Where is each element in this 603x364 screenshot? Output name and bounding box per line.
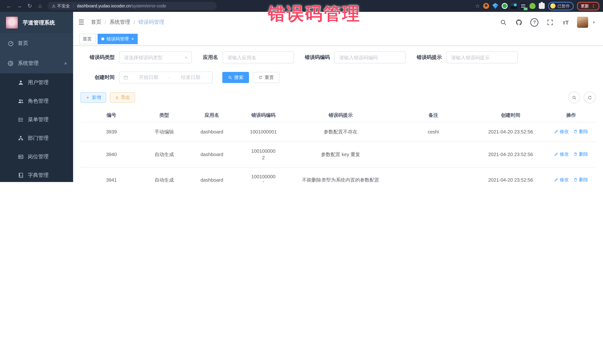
security-label[interactable]: 不安全 <box>57 3 70 9</box>
user-avatar[interactable] <box>577 17 588 28</box>
search-button[interactable]: 搜索 <box>222 72 249 83</box>
column-header: 编号 <box>81 109 142 122</box>
error-code-field[interactable] <box>335 55 405 60</box>
extension-icon[interactable] <box>511 3 517 9</box>
tab-error-code[interactable]: 错误码管理 × <box>98 34 138 44</box>
tab-close-icon[interactable]: × <box>131 36 134 42</box>
sidebar-item-岗位管理[interactable]: 岗位管理 <box>0 147 73 166</box>
export-button[interactable]: 导出 <box>110 92 135 103</box>
sidebar-item-系统管理[interactable]: 系统管理∧ <box>0 53 73 73</box>
filter-row-2: 创建时间 开始日期 - 结束日期 搜索 <box>81 72 596 83</box>
browser-home-button[interactable]: ⌂ <box>35 0 45 12</box>
cell-id: 3940 <box>81 142 142 167</box>
chevron-down-icon: ∨ <box>185 55 188 59</box>
extension-icon[interactable]: on <box>520 3 526 9</box>
bookmark-star-icon[interactable]: ☆ <box>475 3 480 9</box>
sidebar-item-label: 岗位管理 <box>28 154 67 160</box>
browser-menu-kebab-icon[interactable]: ⋮ <box>591 3 596 9</box>
page-content: 错误码类型 ∨ 应用名 错误码编码 错误码提示 <box>73 46 603 182</box>
sidebar-menu: 首页系统管理∧用户管理角色管理菜单管理部门管理岗位管理字典管理通知公告审计日志∨… <box>0 33 73 182</box>
table-row: 3939手动编辑dashboard1001000001参数配置不存在ceshi2… <box>81 122 596 142</box>
delete-row-button[interactable]: 删除 <box>573 151 588 157</box>
refresh-icon <box>587 95 592 100</box>
address-bar[interactable]: ⚠ 不安全 | dashboard.yudao.iocoder.cn/syste… <box>47 2 217 10</box>
app-title: 芋道管理系统 <box>23 19 55 26</box>
user-menu-caret-icon[interactable]: ▾ <box>593 20 595 25</box>
edit-pencil-icon <box>554 152 558 156</box>
github-icon[interactable] <box>515 18 523 26</box>
sidebar-item-用户管理[interactable]: 用户管理 <box>0 73 73 92</box>
sidebar-item-label: 角色管理 <box>28 98 67 105</box>
help-docs-icon[interactable]: ? <box>531 18 539 26</box>
tab-error-code-label: 错误码管理 <box>106 36 129 42</box>
sidebar-logo[interactable]: 芋道管理系统 <box>0 12 73 33</box>
trash-icon <box>573 177 578 182</box>
date-end-placeholder[interactable]: 结束日期 <box>173 74 209 81</box>
error-code-input[interactable] <box>334 52 406 63</box>
table-header-row: 编号类型应用名错误码编码错误码提示备注创建时间操作 <box>81 109 596 122</box>
gear-icon <box>7 60 14 66</box>
app-name-input[interactable] <box>222 52 294 63</box>
extension-icon[interactable] <box>492 3 498 9</box>
cell-time: 2021-04-20 23:52:56 <box>475 122 547 142</box>
browser-back-button[interactable]: ← <box>4 0 14 12</box>
tab-home[interactable]: 首页 <box>79 34 95 44</box>
column-header: 备注 <box>392 109 475 122</box>
sidebar-toggle-hamburger-icon[interactable]: ☰ <box>78 18 84 26</box>
edit-pencil-icon <box>554 177 558 182</box>
error-msg-field[interactable] <box>447 55 517 60</box>
cell-code: 100100000 2 <box>238 142 289 167</box>
error-type-select[interactable]: ∨ <box>119 52 192 63</box>
breadcrumb-system[interactable]: 系统管理 <box>109 19 130 26</box>
date-start-placeholder[interactable]: 开始日期 <box>131 74 167 81</box>
topbar-right-icons: ? тT ▾ <box>499 17 595 28</box>
extension-icon[interactable] <box>502 3 508 9</box>
cell-memo <box>392 142 475 167</box>
error-type-select-input[interactable] <box>119 55 185 60</box>
refresh-table-button[interactable] <box>584 92 596 103</box>
edit-row-button[interactable]: 修改 <box>554 151 569 157</box>
sidebar-item-字典管理[interactable]: 字典管理 <box>0 166 73 182</box>
add-button[interactable]: ＋ 新增 <box>81 92 106 103</box>
browser-update-button[interactable]: 更新 ⋮ <box>577 2 599 10</box>
browser-chrome: ← → ↻ ⌂ ⚠ 不安全 | dashboard.yudao.iocoder.… <box>0 0 603 12</box>
breadcrumb: 首页 / 系统管理 / 错误码管理 <box>91 19 164 26</box>
extension-icon[interactable] <box>530 3 535 9</box>
sidebar-item-菜单管理[interactable]: 菜单管理 <box>0 110 73 129</box>
error-msg-input[interactable] <box>446 52 517 63</box>
app-name-field[interactable] <box>223 55 293 60</box>
reset-button[interactable]: 重置 <box>253 72 279 83</box>
cell-app: dashboard <box>186 142 238 167</box>
main-panel: ☰ 首页 / 系统管理 / 错误码管理 ? <box>73 12 603 182</box>
edit-row-button[interactable]: 修改 <box>554 176 569 182</box>
app-root: 芋道管理系统 首页系统管理∧用户管理角色管理菜单管理部门管理岗位管理字典管理通知… <box>0 12 603 182</box>
profile-avatar-emoji <box>550 3 556 9</box>
date-range-picker[interactable]: 开始日期 - 结束日期 <box>119 72 213 83</box>
filter-label-code: 错误码编码 <box>305 54 334 61</box>
browser-forward-button[interactable]: → <box>14 0 24 12</box>
toggle-search-button[interactable] <box>568 92 580 103</box>
delete-row-button[interactable]: 删除 <box>573 128 588 135</box>
extension-icon[interactable] <box>483 3 489 9</box>
cell-type: 自动生成 <box>142 142 186 167</box>
sidebar-item-首页[interactable]: 首页 <box>0 33 73 53</box>
update-label: 更新 <box>581 3 589 9</box>
delete-row-button[interactable]: 删除 <box>573 176 588 182</box>
header-search-icon[interactable] <box>499 18 508 26</box>
sidebar-item-部门管理[interactable]: 部门管理 <box>0 129 73 147</box>
cell-msg: 不能删除类型为系统内置的参数配置 <box>289 167 392 182</box>
org-tree-icon <box>17 135 24 141</box>
search-icon <box>572 95 577 100</box>
fullscreen-icon[interactable] <box>546 18 554 26</box>
edit-row-button[interactable]: 修改 <box>554 128 569 135</box>
calendar-icon <box>123 75 128 80</box>
font-size-icon[interactable]: тT <box>562 18 570 26</box>
dashboard-icon <box>7 40 14 46</box>
breadcrumb-home[interactable]: 首页 <box>91 19 101 26</box>
profile-paused-chip[interactable]: 已暂停 <box>548 2 574 10</box>
extensions-puzzle-icon[interactable] <box>539 3 545 9</box>
sidebar-item-角色管理[interactable]: 角色管理 <box>0 92 73 110</box>
table-toolbar: ＋ 新增 导出 <box>81 92 596 103</box>
browser-reload-button[interactable]: ↻ <box>24 0 35 12</box>
user-icon <box>17 79 24 86</box>
